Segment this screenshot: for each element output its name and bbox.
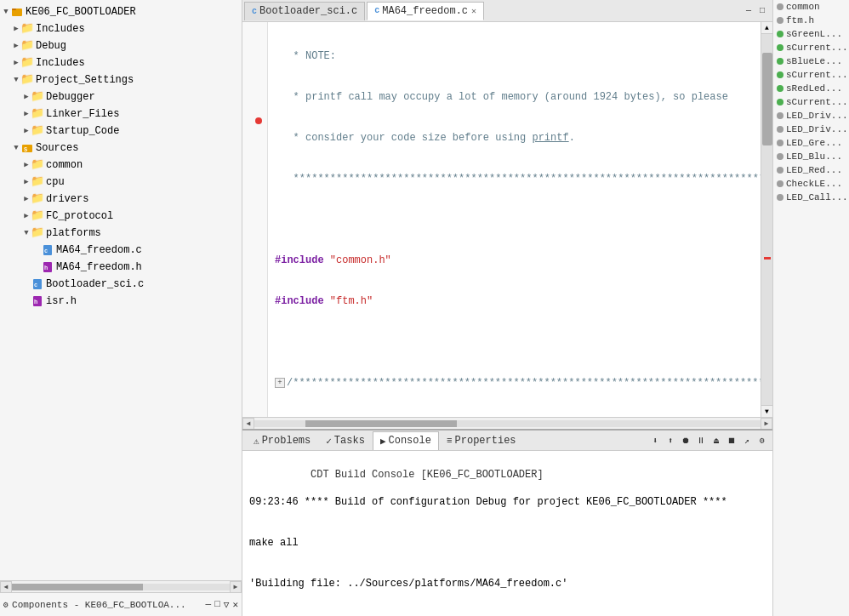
editor-minimize-btn[interactable]: — — [742, 4, 755, 18]
console-tool-7[interactable]: ↗ — [740, 434, 754, 448]
arrow-debugger: ▶ — [22, 93, 31, 101]
arrow-drivers: ▶ — [22, 195, 31, 203]
outline-dot-5 — [777, 71, 783, 78]
console-tool-3[interactable]: ⏺ — [679, 434, 692, 448]
code-line-4: ****************************************… — [275, 172, 761, 185]
tree-label-isr-h: isr.h — [46, 294, 77, 309]
file-icon-ma64-c: c — [41, 243, 54, 257]
file-icon-isr-h: h — [31, 294, 44, 308]
tree-item-isr-h[interactable]: h isr.h — [0, 293, 242, 310]
console-tool-4[interactable]: ⏸ — [694, 434, 708, 448]
console-toolbar: ⬇ ⬆ ⏺ ⏸ ⏏ ⏹ ↗ ⚙ — [648, 434, 772, 448]
folder-icon-common: 📁 — [31, 158, 44, 172]
vscroll-thumb — [762, 53, 772, 145]
outline-item-0: common — [773, 0, 849, 14]
console-tool-8[interactable]: ⚙ — [755, 434, 769, 448]
outline-item-14: LED_Call... — [773, 191, 849, 204]
console-tool-6[interactable]: ⏹ — [725, 434, 738, 448]
tree-label-ma64-c: MA64_freedom.c — [56, 242, 142, 258]
tree-item-ma64-h[interactable]: h MA64_freedom.h — [0, 259, 242, 276]
tab-tasks[interactable]: ✓ Tasks — [318, 431, 373, 450]
console-tool-5[interactable]: ⏏ — [709, 434, 723, 448]
outline-dot-1 — [777, 17, 783, 24]
hscroll-track — [254, 420, 761, 427]
tree-item-cpu[interactable]: ▶ 📁 cpu — [0, 174, 242, 191]
tree-item-fc-protocol[interactable]: ▶ 📁 FC_protocol — [0, 208, 242, 225]
tree-item-includes1[interactable]: ▶ 📁 Includes — [0, 20, 242, 37]
vscroll-down-btn[interactable]: ▼ — [761, 405, 772, 417]
tree-item-linker-files[interactable]: ▶ 📁 Linker_Files — [0, 106, 242, 123]
tree-item-startup-code[interactable]: ▶ 📁 Startup_Code — [0, 123, 242, 140]
tree-item-debug[interactable]: ▶ 📁 Debug — [0, 37, 242, 54]
sidebar-minimize-btn[interactable]: — — [206, 599, 212, 610]
outline-item-2: sGreenL... — [773, 27, 849, 41]
sidebar-project-label: Components - KE06_FC_BOOTLOA... — [12, 600, 186, 610]
scroll-right-btn[interactable]: ▶ — [230, 581, 242, 593]
sidebar-close-btn[interactable]: ✕ — [232, 599, 238, 610]
folder-icon-includes1: 📁 — [20, 22, 34, 36]
outline-label-9: LED_Driv... — [786, 124, 848, 134]
code-line-include1: #include "common.h" — [275, 254, 761, 267]
console-tool-2[interactable]: ⬆ — [664, 434, 677, 448]
tree-label-ma64-h: MA64_freedom.h — [56, 260, 142, 275]
tab-bootloader-sci-label: Bootloader_sci.c — [259, 5, 357, 17]
hscroll-left-btn[interactable]: ◀ — [242, 418, 254, 430]
sidebar-maximize-btn[interactable]: □ — [214, 599, 220, 610]
tab-problems[interactable]: ⚠ Problems — [246, 431, 318, 450]
arrow-includes2: ▶ — [12, 59, 20, 67]
outline-label-6: sRedLed... — [786, 83, 842, 94]
properties-icon: ≡ — [447, 436, 453, 446]
outline-label-1: ftm.h — [786, 15, 814, 26]
tree-item-common[interactable]: ▶ 📁 common — [0, 157, 242, 174]
tree-item-debugger[interactable]: ▶ 📁 Debugger — [0, 88, 242, 106]
tree-item-project-settings[interactable]: ▼ 📁 Project_Settings — [0, 71, 242, 88]
editor-maximize-btn[interactable]: □ — [755, 4, 769, 18]
tree-item-bootloader-sci[interactable]: c Bootloader_sci.c — [0, 276, 242, 293]
vscroll-error-mark — [764, 257, 771, 260]
tab-bootloader-sci[interactable]: c Bootloader_sci.c — [244, 2, 365, 20]
fold-ext-obj[interactable]: + — [275, 378, 285, 388]
outline-item-4: sBlueLe... — [773, 54, 849, 68]
sidebar-scrollbar-h[interactable]: ◀ ▶ — [0, 580, 242, 592]
console-tabs: ⚠ Problems ✓ Tasks ▶ Console ≡ Propertie… — [242, 431, 772, 451]
folder-icon-fc-protocol: 📁 — [31, 209, 44, 223]
tree-item-includes2[interactable]: ▶ 📁 Includes — [0, 54, 242, 71]
scroll-left-btn[interactable]: ◀ — [0, 581, 12, 593]
folder-icon-drivers: 📁 — [31, 192, 44, 206]
outline-dot-3 — [777, 44, 783, 51]
tree-item-ma64-c[interactable]: c MA64_freedom.c — [0, 242, 242, 259]
tab-close-btn[interactable]: ✕ — [471, 6, 476, 16]
hscroll-right-btn[interactable]: ▶ — [761, 418, 772, 430]
tree-item-root[interactable]: ▼ KE06_FC_BOOTLOADER — [0, 3, 242, 20]
tab-properties[interactable]: ≡ Properties — [439, 431, 524, 450]
tab-ma64-freedom[interactable]: c MA64_freedom.c ✕ — [367, 2, 484, 20]
tree-item-drivers[interactable]: ▶ 📁 drivers — [0, 191, 242, 208]
error-marker — [255, 117, 262, 124]
folder-icon-cpu: 📁 — [31, 175, 44, 189]
folder-icon-project-settings: 📁 — [20, 73, 34, 87]
outline-dot-0 — [777, 3, 783, 10]
outline-label-12: LED_Red... — [786, 165, 842, 175]
tree-item-platforms[interactable]: ▼ 📁 platforms — [0, 225, 242, 242]
tab-ma64-label: MA64_freedom.c — [382, 5, 468, 17]
console-header: CDT Build Console [KE06_FC_BOOTLOADER] — [311, 469, 544, 481]
tree-label-project-settings: Project_Settings — [36, 72, 134, 88]
tree-label-fc-protocol: FC_protocol — [46, 208, 113, 224]
outline-item-6: sRedLed... — [773, 82, 849, 95]
tab-problems-label: Problems — [262, 435, 311, 447]
editor-hscrollbar: ◀ ▶ — [242, 417, 772, 429]
tab-console[interactable]: ▶ Console — [373, 431, 439, 450]
outline-item-5: sCurrent... — [773, 68, 849, 82]
vscroll-up-btn[interactable]: ▲ — [761, 22, 772, 34]
tab-tasks-label: Tasks — [334, 435, 365, 447]
console-line-0: 09:23:46 **** Build of configuration Deb… — [249, 495, 766, 509]
arrow-platforms: ▼ — [22, 229, 31, 237]
problems-icon: ⚠ — [254, 436, 259, 447]
console-tool-1[interactable]: ⬇ — [648, 434, 662, 448]
tree-item-sources[interactable]: ▼ S Sources — [0, 140, 242, 157]
outline-dot-6 — [777, 85, 783, 92]
sidebar-expand-btn[interactable]: ▽ — [224, 599, 230, 610]
tab-console-label: Console — [389, 435, 431, 447]
folder-icon-includes2: 📁 — [20, 56, 34, 70]
outline-label-13: CheckLE... — [786, 179, 842, 189]
